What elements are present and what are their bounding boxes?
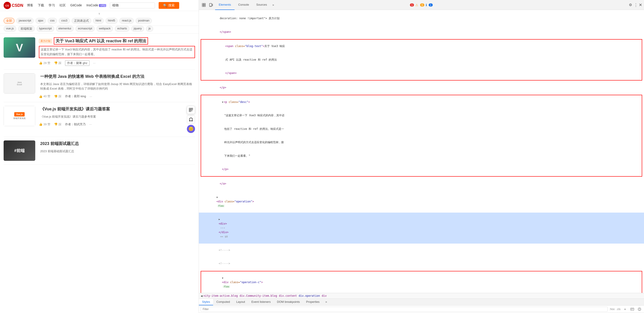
cls-toggle[interactable]: .cls [616,307,620,311]
article-title[interactable]: 关于 Vue3 响应式 API 以及 reactive 和 ref 的用法 [54,37,148,45]
code-line[interactable]: </p> [201,163,642,176]
nav-learn[interactable]: 学习 [48,4,55,8]
tag-webpack[interactable]: webpack [96,26,113,32]
breadcrumb-active-item[interactable]: div.operation [299,294,320,297]
elements-content: decoration: none !important"> 原力计划 </spa… [199,10,644,293]
code-line[interactable]: ▼ <div class="operation-c"> flex [201,271,642,293]
tag-vuejs[interactable]: vue.js [4,26,16,32]
likes-count[interactable]: 👍 39 赞 [39,122,50,126]
tab-sources[interactable]: Sources [253,0,271,10]
tag-html5[interactable]: html5 [106,18,118,24]
tag-regex[interactable]: 正则表达式 [72,18,91,24]
breadcrumb-item[interactable]: div.Community-item.blog [240,294,277,297]
breadcrumb-item[interactable]: div.content [279,294,297,297]
inspect-element-btn[interactable] [201,2,207,8]
tag-ajax[interactable]: ajax [36,18,46,24]
expand-bar[interactable]: ∨ [0,11,198,16]
code-line[interactable]: 种允许以声明式的方式去适应变化的编程范例，接 [201,136,642,149]
breadcrumb-bar: ◀ nity-item-active.blog div.Community-it… [199,293,644,299]
tag-all[interactable]: 全部 [4,18,14,24]
code-line[interactable]: 下来我们一起看看。" [201,149,642,163]
nav-blog[interactable]: 博客 [27,4,33,8]
search-input[interactable] [112,4,152,7]
element-state-btn[interactable] [637,306,642,312]
breadcrumb-item[interactable]: div [322,294,327,297]
comment-btn[interactable]: 👎 踩 [54,94,62,98]
hov-toggle[interactable]: :hov [610,307,614,311]
qr-code-btn[interactable] [187,106,195,114]
code-line[interactable]: </span> [199,25,644,39]
code-line[interactable]: </p> [199,81,644,95]
tag-elementui[interactable]: elementui [56,26,74,32]
csdn-logo[interactable]: CS CSDN [4,2,23,9]
likes-count[interactable]: 👍 28 赞 [39,61,50,65]
code-line[interactable]: <!----> [199,244,644,257]
search-box[interactable] [110,3,155,8]
filter-input[interactable] [201,307,608,312]
flex-badge[interactable]: flex [218,205,224,207]
more-btn[interactable]: ··· [90,95,92,98]
code-line[interactable]: "这篇文章记录一下 Vue3 响应式的内容，其中还 [201,109,642,122]
tabs-more-btn[interactable]: » [271,3,276,7]
tab-layout[interactable]: Layout [233,299,248,305]
author-info[interactable]: 作者：黛琳 ghz [65,60,90,66]
code-text: 包括了 reactive 和 ref 的用法。响应式是一 [224,127,284,131]
tag-postman[interactable]: postman [136,18,152,24]
comment-btn[interactable]: 👎 踩 [54,61,62,65]
code-line[interactable]: ▶ <div> ··· </div> == $0 [199,213,644,243]
code-line[interactable]: </a> [199,177,644,191]
code-line[interactable]: ▼<p class="desc"> [201,95,642,109]
tag-html[interactable]: html [93,18,104,24]
nav-community[interactable]: 社区 [60,4,66,8]
article-title[interactable]: 2023 前端面试题汇总 [39,140,80,147]
nav-download[interactable]: 下载 [38,4,44,8]
tab-properties[interactable]: Properties [303,299,323,305]
comment-btn[interactable]: 👎 踩 [54,122,62,126]
search-button[interactable]: 🔍 搜索 [159,2,179,9]
flex-badge[interactable]: flex [223,285,230,288]
tag-echarts[interactable]: echarts [115,26,130,32]
article-thumbnail: JavaExcel [4,73,35,94]
likes-count[interactable]: 👍 40 赞 [39,94,50,98]
tag-css3[interactable]: css3 [59,18,70,24]
code-line[interactable]: 式 API 以及 reactive 和 ref 的用法 [201,53,642,67]
code-line[interactable]: ▼ <div class="operation"> flex [199,190,644,213]
tab-event-listeners[interactable]: Event listeners [248,299,274,305]
article-title[interactable]: 《Vue.js 前端开发实战》课后习题答案 [39,106,112,112]
nav-gitcode[interactable]: GitCode [70,4,82,8]
headset-btn[interactable]: 🎧 [187,115,195,124]
tab-styles[interactable]: Styles [199,299,213,305]
breadcrumb-item[interactable]: nity-item-active.blog [203,294,238,297]
more-btn[interactable]: ··· [93,61,96,65]
tab-elements[interactable]: Elements [215,0,234,10]
code-line[interactable]: 包括了 reactive 和 ref 的用法。响应式是一 [201,122,642,136]
bottom-tabs-more[interactable]: » [323,299,330,305]
code-line[interactable]: <!----> [199,257,644,270]
article-title[interactable]: 一种使用 Java 的快速将 Web 中表格转换成 Excel 的方法 [39,73,146,80]
code-line[interactable]: <span class="blog-text">关于 Vue3 响应 [201,40,642,53]
devtools-toolbar: Elements Console Sources » 1 ⚠ 6 ℹ 1 ⚙ ⋮… [199,0,644,10]
tag-frontend-framework[interactable]: 前端框架 [18,26,35,32]
settings-btn[interactable]: ⚙ [629,3,632,7]
tab-dom-breakpoints[interactable]: DOM breakpoints [274,299,303,305]
tag-ecmascript[interactable]: ecmascript [76,26,95,32]
code-line[interactable]: </span> [201,67,642,80]
code-line[interactable]: decoration: none !important"> 原力计划 [199,12,644,25]
tag-javascript[interactable]: javascript [16,18,34,24]
expand-icon: ▼ [222,277,223,279]
tag-css[interactable]: css [48,18,57,24]
add-style-rule-btn[interactable]: + [622,306,628,312]
new-style-rule-btn[interactable] [630,306,635,312]
tab-computed[interactable]: Computed [213,299,233,305]
tab-console[interactable]: Console [234,0,253,10]
avatar-btn[interactable]: 😊 [187,125,195,133]
tag-jquery[interactable]: jquery [131,26,144,32]
more-btn[interactable]: ··· [89,123,92,126]
menu-btn[interactable]: ⋮ [634,3,638,8]
device-toggle-btn[interactable] [208,2,214,8]
tag-reactjs[interactable]: react.js [119,18,134,24]
nav-inscode[interactable]: InsCode GPU [86,4,106,8]
close-btn[interactable]: ✕ [639,3,642,8]
tag-js[interactable]: js [146,26,153,32]
tag-typescript[interactable]: typescript [36,26,54,32]
